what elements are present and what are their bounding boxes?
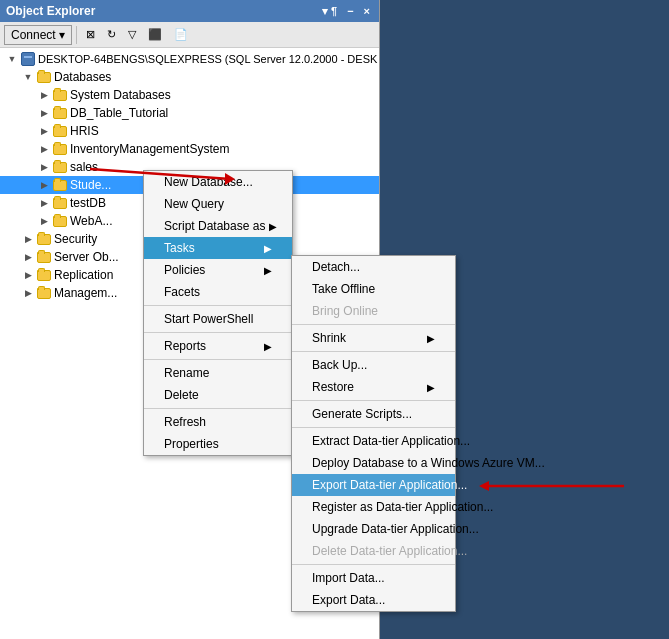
delete-label: Delete: [164, 388, 199, 402]
databases-label: Databases: [54, 70, 111, 84]
hris-node[interactable]: ▶ HRIS: [0, 122, 379, 140]
expand-inventory-icon[interactable]: ▶: [36, 141, 52, 157]
menu-new-database[interactable]: New Database...: [144, 171, 292, 193]
export-datatier-label: Export Data-tier Application...: [312, 478, 467, 492]
take-offline-label: Take Offline: [312, 282, 375, 296]
hris-label: HRIS: [70, 124, 99, 138]
refresh-toolbar-button[interactable]: ↻: [102, 25, 121, 44]
menu-refresh[interactable]: Refresh: [144, 411, 292, 433]
expand-hris-icon[interactable]: ▶: [36, 123, 52, 139]
weba-folder-icon: [52, 213, 68, 229]
testdb-label: testDB: [70, 196, 106, 210]
tasks-arrow: ▶: [264, 243, 272, 254]
context-menu-tasks: Detach... Take Offline Bring Online Shri…: [291, 255, 456, 612]
system-databases-node[interactable]: ▶ System Databases: [0, 86, 379, 104]
menu-register-datatier[interactable]: Register as Data-tier Application...: [292, 496, 455, 518]
menu-start-powershell[interactable]: Start PowerShell: [144, 308, 292, 330]
expand-security-icon[interactable]: ▶: [20, 231, 36, 247]
menu-sep-4: [144, 408, 292, 409]
backup-label: Back Up...: [312, 358, 367, 372]
menu-shrink[interactable]: Shrink ▶: [292, 327, 455, 349]
new-query-button[interactable]: 📄: [169, 25, 193, 44]
menu-reports[interactable]: Reports ▶: [144, 335, 292, 357]
restore-label: Restore: [312, 380, 354, 394]
expand-sysdb-icon[interactable]: ▶: [36, 87, 52, 103]
deploy-azure-label: Deploy Database to a Windows Azure VM...: [312, 456, 545, 470]
menu-delete-datatier: Delete Data-tier Application...: [292, 540, 455, 562]
serverobj-folder-icon: [36, 249, 52, 265]
server-node[interactable]: ▼ DESKTOP-64BENGS\SQLEXPRESS (SQL Server…: [0, 50, 379, 68]
menu-deploy-azure[interactable]: Deploy Database to a Windows Azure VM...: [292, 452, 455, 474]
disconnect-button[interactable]: ⊠: [81, 25, 100, 44]
menu-policies[interactable]: Policies ▶: [144, 259, 292, 281]
menu-sep-1: [144, 305, 292, 306]
menu-new-query[interactable]: New Query: [144, 193, 292, 215]
menu-detach[interactable]: Detach...: [292, 256, 455, 278]
menu-rename[interactable]: Rename: [144, 362, 292, 384]
expand-stude-icon[interactable]: ▶: [36, 177, 52, 193]
inventory-folder-icon: [52, 141, 68, 157]
menu-backup[interactable]: Back Up...: [292, 354, 455, 376]
title-bar: Object Explorer ▾ ¶ − ×: [0, 0, 379, 22]
close-icon[interactable]: ×: [361, 4, 373, 18]
db-table-tutorial-node[interactable]: ▶ DB_Table_Tutorial: [0, 104, 379, 122]
inventory-node[interactable]: ▶ InventoryManagementSystem: [0, 140, 379, 158]
title-icons: ▾ ¶ − ×: [319, 4, 373, 19]
stude-label: Stude...: [70, 178, 111, 192]
expand-sales-icon[interactable]: ▶: [36, 159, 52, 175]
tasks-sep-1: [292, 324, 455, 325]
expand-replication-icon[interactable]: ▶: [20, 267, 36, 283]
databases-node[interactable]: ▼ Databases: [0, 68, 379, 86]
script-database-label: Script Database as: [164, 219, 265, 233]
menu-facets[interactable]: Facets: [144, 281, 292, 303]
expand-management-icon[interactable]: ▶: [20, 285, 36, 301]
pin-icon[interactable]: ▾ ¶: [319, 4, 340, 19]
replication-folder-icon: [36, 267, 52, 283]
tasks-sep-5: [292, 564, 455, 565]
menu-script-database[interactable]: Script Database as ▶: [144, 215, 292, 237]
toolbar: Connect ▾ ⊠ ↻ ▽ ⬛ 📄: [0, 22, 379, 48]
context-menu-primary: New Database... New Query Script Databas…: [143, 170, 293, 456]
expand-serverobj-icon[interactable]: ▶: [20, 249, 36, 265]
expand-server-icon[interactable]: ▼: [4, 51, 20, 67]
export-data-label: Export Data...: [312, 593, 385, 607]
menu-take-offline[interactable]: Take Offline: [292, 278, 455, 300]
red-arrow-export: [454, 474, 654, 499]
menu-restore[interactable]: Restore ▶: [292, 376, 455, 398]
menu-bring-online: Bring Online: [292, 300, 455, 322]
testdb-folder-icon: [52, 195, 68, 211]
delete-datatier-label: Delete Data-tier Application...: [312, 544, 467, 558]
menu-delete[interactable]: Delete: [144, 384, 292, 406]
menu-export-data[interactable]: Export Data...: [292, 589, 455, 611]
minimize-icon[interactable]: −: [344, 4, 356, 18]
connect-button[interactable]: Connect ▾: [4, 25, 72, 45]
script-database-arrow: ▶: [269, 221, 277, 232]
generate-scripts-label: Generate Scripts...: [312, 407, 412, 421]
upgrade-datatier-label: Upgrade Data-tier Application...: [312, 522, 479, 536]
server-icon: [20, 51, 36, 67]
menu-import-data[interactable]: Import Data...: [292, 567, 455, 589]
db-table-tutorial-label: DB_Table_Tutorial: [70, 106, 168, 120]
menu-extract-datatier[interactable]: Extract Data-tier Application...: [292, 430, 455, 452]
server-objects-label: Server Ob...: [54, 250, 119, 264]
menu-tasks[interactable]: Tasks ▶: [144, 237, 292, 259]
policies-label: Policies: [164, 263, 205, 277]
expand-dbtable-icon[interactable]: ▶: [36, 105, 52, 121]
expand-databases-icon[interactable]: ▼: [20, 69, 36, 85]
policies-arrow: ▶: [264, 265, 272, 276]
stop-button[interactable]: ⬛: [143, 25, 167, 44]
menu-export-datatier[interactable]: Export Data-tier Application...: [292, 474, 455, 496]
refresh-label: Refresh: [164, 415, 206, 429]
menu-properties[interactable]: Properties: [144, 433, 292, 455]
filter-button[interactable]: ▽: [123, 25, 141, 44]
expand-testdb-icon[interactable]: ▶: [36, 195, 52, 211]
menu-generate-scripts[interactable]: Generate Scripts...: [292, 403, 455, 425]
menu-sep-2: [144, 332, 292, 333]
databases-folder-icon: [36, 69, 52, 85]
security-folder-icon: [36, 231, 52, 247]
menu-upgrade-datatier[interactable]: Upgrade Data-tier Application...: [292, 518, 455, 540]
sysdb-folder-icon: [52, 87, 68, 103]
expand-weba-icon[interactable]: ▶: [36, 213, 52, 229]
rename-label: Rename: [164, 366, 209, 380]
sales-folder-icon: [52, 159, 68, 175]
